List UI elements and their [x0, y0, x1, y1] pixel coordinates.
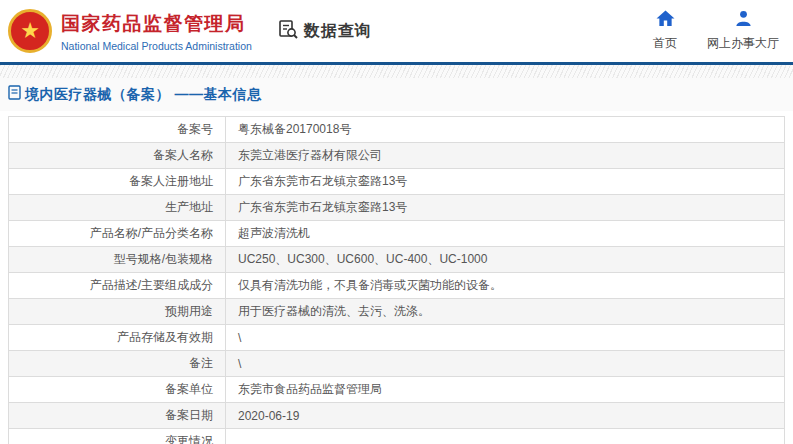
row-value: 东莞市食品药品监督管理局: [226, 377, 785, 403]
row-value: 东莞立港医疗器材有限公司: [226, 143, 785, 169]
site-header: ★ 国家药品监督管理局 National Medical Products Ad…: [0, 0, 793, 62]
page-title: 境内医疗器械（备案） ——基本信息: [25, 86, 261, 104]
row-label: 备案号: [9, 117, 226, 143]
agency-logo[interactable]: ★ 国家药品监督管理局 National Medical Products Ad…: [8, 9, 252, 53]
row-value: 仅具有清洗功能，不具备消毒或灭菌功能的设备。: [226, 273, 785, 299]
row-value: \: [226, 325, 785, 351]
table-row: 产品名称/产品分类名称超声波清洗机: [9, 221, 785, 247]
row-value: 超声波清洗机: [226, 221, 785, 247]
row-label: 备案日期: [9, 403, 226, 429]
table-row: 备注\: [9, 351, 785, 377]
document-search-icon: [278, 19, 299, 44]
table-row: 备案号粤东械备20170018号: [9, 117, 785, 143]
row-label: 备注: [9, 351, 226, 377]
row-label: 备案单位: [9, 377, 226, 403]
table-row: 产品存储及有效期\: [9, 325, 785, 351]
row-label: 产品名称/产品分类名称: [9, 221, 226, 247]
row-label: 型号规格/包装规格: [9, 247, 226, 273]
info-table: 备案号粤东械备20170018号备案人名称东莞立港医疗器材有限公司备案人注册地址…: [8, 116, 785, 444]
agency-title-cn: 国家药品监督管理局: [61, 11, 252, 37]
table-row: 备案人注册地址广东省东莞市石龙镇京銮路13号: [9, 169, 785, 195]
row-value: [226, 429, 785, 444]
nav-online-hall[interactable]: 网上办事大厅: [707, 10, 779, 52]
table-row: 备案日期2020-06-19: [9, 403, 785, 429]
table-row: 备案人名称东莞立港医疗器材有限公司: [9, 143, 785, 169]
top-nav: 首页 网上办事大厅: [653, 10, 779, 52]
data-query-menu[interactable]: 数据查询: [278, 19, 372, 44]
nav-home[interactable]: 首页: [653, 10, 677, 52]
info-table-body: 备案号粤东械备20170018号备案人名称东莞立港医疗器材有限公司备案人注册地址…: [9, 117, 785, 444]
data-query-label: 数据查询: [304, 21, 372, 42]
home-icon: [656, 10, 675, 31]
row-value: 2020-06-19: [226, 403, 785, 429]
row-label: 预期用途: [9, 299, 226, 325]
row-value: \: [226, 351, 785, 377]
table-row: 产品描述/主要组成成分仅具有清洗功能，不具备消毒或灭菌功能的设备。: [9, 273, 785, 299]
table-row: 型号规格/包装规格UC250、UC300、UC600、UC-400、UC-100…: [9, 247, 785, 273]
row-value: 广东省东莞市石龙镇京銮路13号: [226, 195, 785, 221]
row-value: UC250、UC300、UC600、UC-400、UC-1000: [226, 247, 785, 273]
row-value: 广东省东莞市石龙镇京銮路13号: [226, 169, 785, 195]
title-bar: 境内医疗器械（备案） ——基本信息: [0, 78, 793, 111]
document-icon: [8, 85, 21, 104]
row-label: 产品描述/主要组成成分: [9, 273, 226, 299]
user-icon: [735, 10, 752, 31]
table-row: 备案单位东莞市食品药品监督管理局: [9, 377, 785, 403]
hatched-band: [0, 65, 793, 78]
row-label: 变更情况: [9, 429, 226, 444]
agency-title-en: National Medical Products Administration: [61, 40, 252, 52]
nav-online-hall-label: 网上办事大厅: [707, 35, 779, 52]
row-value: 用于医疗器械的清洗、去污、洗涤。: [226, 299, 785, 325]
row-value: 粤东械备20170018号: [226, 117, 785, 143]
row-label: 备案人注册地址: [9, 169, 226, 195]
nav-home-label: 首页: [653, 35, 677, 52]
table-row: 生产地址广东省东莞市石龙镇京銮路13号: [9, 195, 785, 221]
row-label: 备案人名称: [9, 143, 226, 169]
row-label: 产品存储及有效期: [9, 325, 226, 351]
table-row: 变更情况: [9, 429, 785, 444]
table-row: 预期用途用于医疗器械的清洗、去污、洗涤。: [9, 299, 785, 325]
row-label: 生产地址: [9, 195, 226, 221]
national-emblem-icon: ★: [8, 9, 52, 53]
